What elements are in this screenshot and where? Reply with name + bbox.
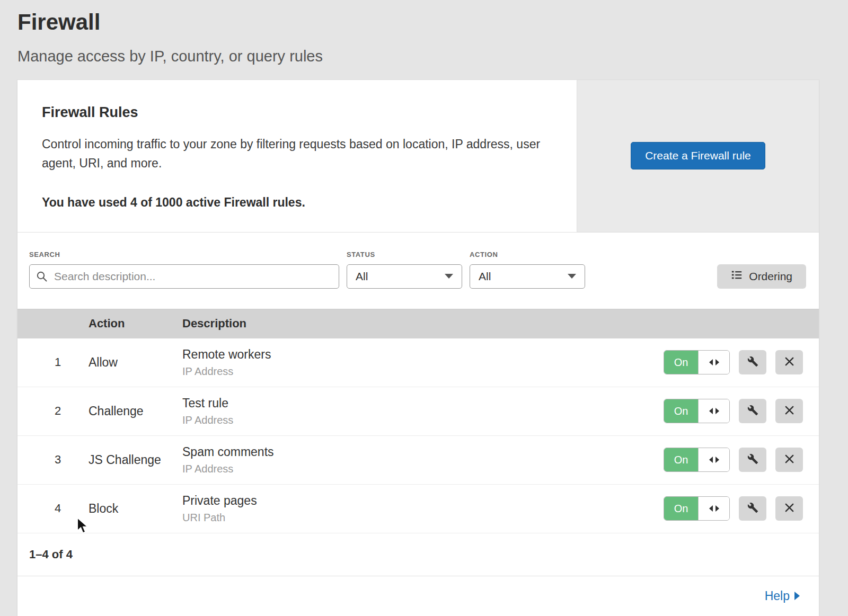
- chevron-down-icon: [445, 274, 453, 279]
- card-intro-section: Firewall Rules Control incoming traffic …: [17, 80, 819, 233]
- rule-match-type: IP Address: [182, 463, 649, 475]
- chevron-down-icon: [568, 274, 576, 279]
- toggle-on-label: On: [664, 399, 698, 423]
- rule-controls: On: [649, 350, 819, 374]
- status-select-value: All: [356, 270, 368, 283]
- search-label: SEARCH: [29, 251, 339, 258]
- toggle-on-label: On: [664, 497, 698, 520]
- status-label: STATUS: [347, 251, 462, 258]
- ordering-button-label: Ordering: [749, 270, 792, 283]
- rule-description-cell: Test rule IP Address: [182, 396, 649, 426]
- close-icon: [784, 405, 794, 417]
- wrench-icon: [747, 502, 758, 515]
- card-footer: Help: [17, 576, 819, 616]
- filters-bar: SEARCH STATUS All ACTION All: [17, 233, 819, 309]
- search-input-wrap: [29, 264, 339, 289]
- table-row: 4 Block Private pages URI Path On: [17, 485, 819, 533]
- column-header-description: Description: [182, 317, 649, 331]
- page-subtitle: Manage access by IP, country, or query r…: [17, 48, 819, 65]
- action-label: ACTION: [470, 251, 585, 258]
- section-description: Control incoming traffic to your zone by…: [42, 135, 545, 173]
- rule-action: Allow: [89, 355, 182, 370]
- pagination-summary: 1–4 of 4: [17, 533, 819, 576]
- edit-rule-button[interactable]: [739, 496, 766, 521]
- edit-rule-button[interactable]: [739, 448, 766, 472]
- table-row: 1 Allow Remote workers IP Address On: [17, 338, 819, 387]
- intro-text-block: Firewall Rules Control incoming traffic …: [17, 80, 577, 232]
- rule-match-type: IP Address: [182, 365, 649, 378]
- rule-description: Test rule: [182, 396, 649, 410]
- status-select[interactable]: All: [347, 264, 462, 289]
- rule-number: 2: [17, 404, 89, 418]
- cta-panel: Create a Firewall rule: [577, 80, 819, 232]
- rule-description: Remote workers: [182, 347, 649, 362]
- ordered-list-icon: [731, 269, 743, 283]
- rule-description: Spam comments: [182, 445, 649, 459]
- toggle-on-label: On: [664, 448, 698, 471]
- search-filter-group: SEARCH: [29, 251, 339, 289]
- ordering-button[interactable]: Ordering: [717, 264, 806, 289]
- close-icon: [784, 454, 794, 466]
- rule-controls: On: [649, 399, 819, 423]
- rule-match-type: IP Address: [182, 414, 649, 426]
- edit-rule-button[interactable]: [739, 399, 766, 423]
- wrench-icon: [747, 356, 758, 369]
- rule-description-cell: Spam comments IP Address: [182, 445, 649, 475]
- toggle-handle-icon: [698, 448, 729, 471]
- rule-enabled-toggle[interactable]: On: [664, 448, 730, 472]
- help-link-label: Help: [765, 589, 790, 603]
- action-select[interactable]: All: [470, 264, 585, 289]
- page-title: Firewall: [17, 10, 819, 35]
- action-filter-group: ACTION All: [470, 251, 585, 289]
- delete-rule-button[interactable]: [775, 496, 803, 521]
- arrow-right-icon: [794, 592, 800, 600]
- table-header: Action Description: [17, 309, 819, 338]
- search-icon: [36, 271, 48, 284]
- toggle-handle-icon: [698, 497, 729, 520]
- delete-rule-button[interactable]: [775, 350, 803, 374]
- rule-action: Challenge: [89, 404, 182, 418]
- rule-number: 1: [17, 355, 89, 369]
- close-icon: [784, 503, 794, 514]
- usage-summary: You have used 4 of 1000 active Firewall …: [42, 195, 545, 210]
- toggle-on-label: On: [664, 351, 698, 374]
- rule-number: 4: [17, 502, 89, 515]
- column-header-action: Action: [89, 317, 182, 331]
- close-icon: [784, 356, 794, 368]
- firewall-rules-card: Firewall Rules Control incoming traffic …: [17, 80, 819, 616]
- status-filter-group: STATUS All: [347, 251, 462, 289]
- wrench-icon: [747, 405, 758, 417]
- rule-enabled-toggle[interactable]: On: [664, 399, 730, 423]
- table-row: 3 JS Challenge Spam comments IP Address …: [17, 436, 819, 485]
- action-select-value: All: [479, 270, 491, 283]
- rule-description-cell: Private pages URI Path: [182, 494, 649, 524]
- toggle-handle-icon: [698, 399, 729, 423]
- create-firewall-rule-button[interactable]: Create a Firewall rule: [631, 142, 765, 169]
- help-link[interactable]: Help: [765, 589, 800, 603]
- delete-rule-button[interactable]: [775, 448, 803, 472]
- rule-enabled-toggle[interactable]: On: [664, 496, 730, 521]
- firewall-page: Firewall Manage access by IP, country, o…: [0, 0, 848, 616]
- edit-rule-button[interactable]: [739, 350, 766, 374]
- rule-controls: On: [649, 496, 819, 521]
- search-input[interactable]: [29, 264, 339, 289]
- table-row: 2 Challenge Test rule IP Address On: [17, 387, 819, 436]
- toggle-handle-icon: [698, 351, 729, 374]
- wrench-icon: [747, 453, 758, 466]
- rule-action: Block: [89, 502, 182, 516]
- section-heading: Firewall Rules: [42, 104, 545, 121]
- rule-action: JS Challenge: [89, 453, 182, 467]
- rule-match-type: URI Path: [182, 512, 649, 524]
- rule-enabled-toggle[interactable]: On: [664, 350, 730, 374]
- rule-description: Private pages: [182, 494, 649, 508]
- rule-controls: On: [649, 448, 819, 472]
- rule-description-cell: Remote workers IP Address: [182, 347, 649, 378]
- rule-number: 3: [17, 453, 89, 467]
- delete-rule-button[interactable]: [775, 399, 803, 423]
